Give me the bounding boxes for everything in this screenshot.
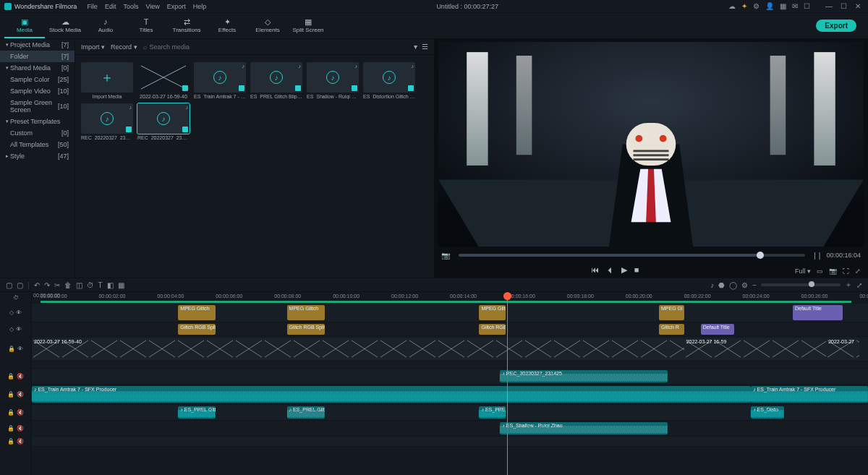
menu-view[interactable]: View [145, 3, 159, 10]
clip-block[interactable]: Glitch R [659, 324, 684, 335]
folder2-icon[interactable]: ▢ [17, 281, 23, 289]
clip-block[interactable]: Default Title [793, 305, 843, 320]
track-a3[interactable]: ♪ ES_PREL Glitch♪ ES_PREL Glitch♪ ES_PRE… [32, 405, 868, 421]
sidebar-item-all-templates[interactable]: All Templates[50] [0, 139, 75, 150]
media-clip[interactable]: ♪♪REC_20220327_231340 [81, 103, 133, 140]
clip-block[interactable]: ♪ ES_Train Amtrak 7 - SFX Producer [32, 386, 751, 403]
mixer-icon[interactable]: ♪ [710, 281, 714, 289]
zoom-out-icon[interactable]: − [752, 281, 757, 289]
sidebar-item-project-media[interactable]: ▾Project Media[7] [0, 39, 75, 51]
text-icon[interactable]: T [98, 281, 103, 289]
tl-settings-icon[interactable]: ⚙ [741, 281, 748, 289]
marker-icon[interactable]: ⬣ [718, 281, 725, 289]
track-header-gap[interactable] [0, 361, 31, 369]
clip-block[interactable]: ♪ ES_PREL Glitch [287, 406, 325, 419]
folder-icon[interactable]: ▢ [6, 281, 12, 289]
menu-file[interactable]: File [87, 3, 98, 10]
tab-audio[interactable]: ♪Audio [85, 14, 126, 38]
zoom-fit-icon[interactable]: ⤢ [856, 281, 862, 289]
mail-icon[interactable]: ✉ [792, 2, 798, 10]
track-header-a5[interactable]: 🔒 🔇 [0, 437, 31, 447]
clip-block[interactable]: ♪ ES_PREL Glitch [479, 406, 506, 419]
clip-block[interactable]: ♪ ES_Train Amtrak 7 - SFX Producer [751, 386, 868, 403]
track-header-a3[interactable]: 🔒 🔇 [0, 405, 31, 421]
clip-block[interactable]: ♪ ES_Shallow - Ruiqi Zhao [500, 422, 667, 435]
clip-block[interactable]: Glitch RGB Split [479, 324, 506, 335]
track-area[interactable]: 00:00:00:0000:00:00:0000:00:02:0000:00:0… [32, 292, 868, 475]
track-a4[interactable]: ♪ ES_Shallow - Ruiqi Zhao [32, 421, 868, 437]
menu-tools[interactable]: Tools [123, 3, 138, 10]
cloud-icon[interactable]: ☁ [728, 2, 736, 10]
sidebar-item-custom[interactable]: Custom[0] [0, 127, 75, 139]
media-clip[interactable]: ♪♪ES_PREL Glitch Blip - SF... [250, 62, 302, 99]
grid-icon[interactable]: ▦ [780, 2, 786, 10]
track-a2[interactable]: ♪ ES_Train Amtrak 7 - SFX Producer♪ ES_T… [32, 385, 868, 405]
sidebar-item-sample-green-screen[interactable]: Sample Green Screen[10] [0, 97, 75, 116]
user-icon[interactable]: 👤 [765, 2, 774, 10]
clip-block[interactable]: 2022-03-27 [826, 338, 859, 359]
crop-icon[interactable]: ◫ [76, 281, 82, 289]
clip-block[interactable]: ♪ ES_PREL Glitch [178, 406, 216, 419]
clip-block[interactable]: 2022-03-27 16-59-40 [32, 338, 684, 359]
tab-elements[interactable]: ◇Elements [247, 14, 288, 38]
clip-block[interactable]: 2022-03-27 16-59 [684, 338, 827, 359]
capture-icon[interactable]: 📷 [829, 268, 837, 275]
clip-block[interactable]: Default Title [701, 324, 734, 335]
bell-icon[interactable]: ☐ [804, 2, 810, 10]
media-clip[interactable]: ♪♪ES_Distortion Glitch - SF... [363, 62, 415, 99]
redo-icon[interactable]: ↷ [44, 281, 50, 289]
record-dropdown[interactable]: Record ▾ [111, 43, 137, 51]
sidebar-item-style[interactable]: ▸Style[47] [0, 150, 75, 162]
loop-in-icon[interactable]: | [814, 252, 816, 260]
sidebar-item-sample-color[interactable]: Sample Color[25] [0, 74, 75, 85]
media-clip[interactable]: ♪♪REC_20220327_231425 [137, 103, 190, 140]
track-header-a1[interactable]: 🔒 🔇 [0, 369, 31, 385]
track-header-a2[interactable]: 🔒 🔇 [0, 385, 31, 405]
zoom-in-icon[interactable]: ＋ [845, 280, 852, 290]
quality-dropdown[interactable]: Full ▾ [795, 268, 811, 275]
track-header-fx2[interactable]: ◇ 👁 [0, 322, 31, 337]
track-video[interactable]: 2022-03-27 16-59-402022-03-27 16-592022-… [32, 337, 868, 361]
view-icon[interactable]: ☰ [422, 43, 428, 51]
sidebar-item-shared-media[interactable]: ▾Shared Media[0] [0, 62, 75, 74]
menu-edit[interactable]: Edit [105, 3, 116, 10]
settings-icon[interactable]: ⚙ [753, 2, 760, 10]
track-header-a4[interactable]: 🔒 🔇 [0, 421, 31, 437]
track-gap[interactable] [32, 361, 868, 369]
sidebar-item-preset-templates[interactable]: ▾Preset Templates [0, 116, 75, 127]
track-fx1[interactable]: MPEG GlitchMPEG GlitchMPEG GlitchMPEG Gl… [32, 304, 868, 322]
tab-split-screen[interactable]: ▦Split Screen [288, 14, 328, 38]
preview-viewport[interactable] [438, 42, 864, 247]
color-icon[interactable]: ◧ [107, 281, 114, 289]
tab-effects[interactable]: ✦Effects [207, 14, 247, 38]
menu-export[interactable]: Export [167, 3, 186, 10]
speed-icon[interactable]: ⏱ [87, 281, 94, 289]
track-header-fx1[interactable]: ◇ 👁 [0, 304, 31, 322]
timeline-ruler[interactable]: 00:00:00:0000:00:00:0000:00:02:0000:00:0… [32, 292, 868, 304]
media-clip[interactable]: ＋Import Media [81, 62, 133, 99]
loop-out-icon[interactable]: | [819, 252, 821, 260]
clip-block[interactable]: ♪ ES_Disto [751, 406, 784, 419]
import-dropdown[interactable]: Import ▾ [81, 43, 105, 51]
clip-block[interactable]: MPEG Glitch [287, 305, 325, 320]
cut-icon[interactable]: ✂ [54, 281, 60, 289]
tab-titles[interactable]: TTitles [126, 14, 166, 38]
export-button[interactable]: Export [816, 20, 856, 32]
delete-icon[interactable]: 🗑 [64, 281, 72, 289]
play-button[interactable]: ▶ [621, 265, 627, 275]
clip-block[interactable]: Glitch RGB Split [287, 324, 325, 335]
clip-block[interactable]: ♪ REC_20220327_231425 [500, 370, 667, 382]
media-clip[interactable]: ♪♪ES_Shallow - Ruiqi Zhao [307, 62, 359, 99]
step-back-button[interactable]: ⏴ [606, 265, 614, 275]
track-header-ruler[interactable]: ⏱ [0, 292, 31, 304]
media-clip[interactable]: ♪♪ES_Train Amtrak 7 - SF... [194, 62, 246, 99]
track-header-video[interactable]: 🔒 👁 [0, 337, 31, 361]
ratio-icon[interactable]: ▭ [817, 268, 823, 275]
expand-icon[interactable]: ⛶ [843, 268, 849, 275]
clip-block[interactable]: Glitch RGB Split [178, 324, 216, 335]
undo-icon[interactable]: ↶ [34, 281, 40, 289]
track-fx2[interactable]: Glitch RGB SplitGlitch RGB SplitGlitch R… [32, 322, 868, 337]
maximize-button[interactable]: ☐ [838, 2, 849, 10]
playhead[interactable] [507, 292, 508, 475]
media-clip[interactable]: 2022-03-27 16-59-40 [137, 62, 190, 99]
